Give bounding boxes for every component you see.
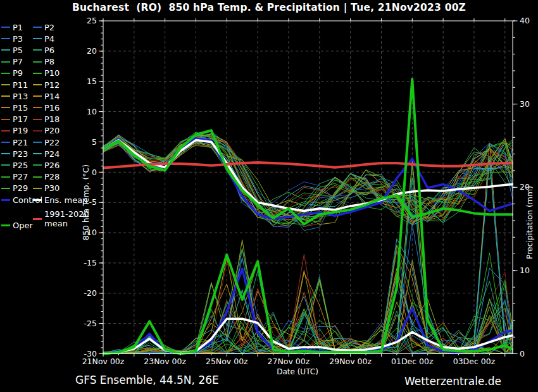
legend-item-p1-swatch: [1, 27, 10, 28]
legend-item-p13-label: P13: [13, 92, 28, 101]
legend-item-p11: P11: [1, 79, 28, 90]
legend-item-p14-label: P14: [44, 92, 59, 101]
x-tick-label: 29Nov 00z: [329, 357, 372, 366]
legend-item-p13: P13: [1, 90, 28, 102]
ensemble-plot-page: { "title": "Bucharest (RO) 850 hPa Temp.…: [0, 0, 538, 392]
legend-item-p18-label: P18: [44, 114, 59, 124]
legend-item-p24-swatch: [33, 153, 42, 154]
y-right-axis-label: Precipitation (mm): [525, 186, 534, 259]
legend-item-p26: P26: [33, 159, 59, 171]
legend-item-p16-swatch: [33, 107, 42, 108]
right-tick-label: 40: [520, 16, 530, 25]
legend-item-p7-swatch: [1, 61, 10, 63]
legend-item-p9-swatch: [1, 73, 10, 74]
legend-item-p2: P2: [33, 21, 54, 33]
legend-item-p11-label: P11: [13, 80, 28, 90]
legend-item-p7: P7: [1, 56, 23, 68]
legend-item-p8-label: P8: [44, 57, 54, 66]
footer-model-info: GFS Ensemble, 44.5N, 26E: [75, 374, 219, 386]
legend-item-p4: P4: [33, 33, 54, 44]
right-tick-label: 30: [520, 99, 530, 109]
legend-item-p3-label: P3: [13, 34, 23, 44]
legend-item-p21: P21: [1, 137, 28, 148]
legend-item-p29-label: P29: [13, 183, 28, 193]
legend-item-p4-label: P4: [44, 34, 54, 44]
legend-item-p12: P12: [33, 79, 59, 90]
legend-item-p24-label: P24: [44, 149, 59, 159]
legend-item-p1-label: P1: [13, 23, 23, 32]
member-precip-p30: [103, 240, 513, 353]
legend-item-p4-swatch: [33, 38, 42, 39]
legend-item-p22-label: P22: [44, 138, 59, 147]
legend-item-p19-label: P19: [13, 126, 28, 135]
legend-item-p23-label: P23: [13, 149, 28, 159]
legend-item-p21-swatch: [1, 142, 10, 143]
legend-item-p16-label: P16: [44, 103, 59, 113]
legend-item-p10-label: P10: [44, 68, 59, 78]
x-tick-label: 01Dec 00z: [391, 357, 434, 366]
legend-item-1991-2020-mean-swatch: [33, 218, 42, 220]
left-tick-label: 10: [87, 107, 97, 116]
legend-item-p17-label: P17: [13, 114, 28, 124]
legend-item-p22: P22: [33, 137, 59, 148]
legend-item-p26-swatch: [33, 164, 42, 166]
legend-item-ens-mean-swatch: [33, 199, 42, 201]
legend-item-p6: P6: [33, 44, 54, 56]
legend-item-p15-label: P15: [13, 103, 28, 113]
left-tick-label: -25: [84, 319, 97, 328]
legend-item-p19-swatch: [1, 130, 10, 132]
legend-item-p8: P8: [33, 56, 54, 68]
legend-item-p29-swatch: [1, 188, 10, 189]
legend-item-p12-label: P12: [44, 80, 59, 90]
legend-item-p2-label: P2: [44, 23, 54, 32]
legend-item-p25-swatch: [1, 164, 10, 166]
legend-item-p17: P17: [1, 114, 28, 125]
legend-item-p7-label: P7: [13, 57, 23, 66]
legend-item-p2-swatch: [33, 27, 42, 28]
series-ens-mean: [103, 140, 513, 211]
legend-item-1991-2020-mean: 1991-2020 mean: [33, 209, 103, 229]
right-tick-label: 10: [520, 266, 530, 275]
left-tick-label: 5: [92, 137, 97, 147]
legend-item-p28-label: P28: [44, 172, 59, 181]
legend-item-p20-swatch: [33, 130, 42, 132]
legend-item-p9: P9: [1, 68, 23, 79]
legend-item-p12-swatch: [33, 84, 42, 85]
legend-item-p30-label: P30: [44, 183, 59, 193]
legend-item-p1: P1: [1, 21, 23, 33]
footer-brand: Wetterzentrale.de: [380, 375, 501, 388]
legend-item-p5-swatch: [1, 49, 10, 51]
legend-item-p28: P28: [33, 171, 59, 183]
legend-item-p3-swatch: [1, 38, 10, 39]
legend-item-p28-swatch: [33, 176, 42, 178]
legend-item-oper: Oper: [1, 219, 33, 231]
legend-item-p11-swatch: [1, 84, 10, 85]
legend-item-p21-label: P21: [13, 138, 28, 147]
legend-item-p23: P23: [1, 148, 28, 159]
left-tick-label: -20: [84, 288, 97, 298]
member-precip-p17: [103, 250, 513, 354]
legend-item-p9-label: P9: [13, 68, 23, 78]
legend-item-p29: P29: [1, 183, 28, 194]
legend-item-p5: P5: [1, 44, 23, 56]
legend-item-p8-swatch: [33, 61, 42, 63]
legend-item-p18-swatch: [33, 119, 42, 120]
legend-item-p10-swatch: [33, 73, 42, 74]
x-axis-label: Date (UTC): [277, 367, 318, 376]
legend-item-p15: P15: [1, 102, 28, 113]
left-tick-label: -15: [84, 258, 97, 267]
legend-item-p10: P10: [33, 68, 59, 79]
legend-item-p26-label: P26: [44, 161, 59, 170]
legend-item-p5-label: P5: [13, 46, 23, 55]
legend-item-p3: P3: [1, 33, 23, 44]
legend-item-oper-swatch: [1, 224, 10, 226]
legend-item-p22-swatch: [33, 142, 42, 143]
legend-item-p27: P27: [1, 171, 28, 183]
legend-item-p13-swatch: [1, 95, 10, 97]
x-tick-label: 03Dec 00z: [453, 357, 496, 366]
left-tick-label: 15: [87, 77, 97, 86]
legend-item-1991-2020-mean-label: 1991-2020 mean: [44, 209, 103, 228]
legend-item-p14-swatch: [33, 95, 42, 97]
legend-item-p25: P25: [1, 159, 28, 171]
legend-item-p20-label: P20: [44, 126, 59, 135]
